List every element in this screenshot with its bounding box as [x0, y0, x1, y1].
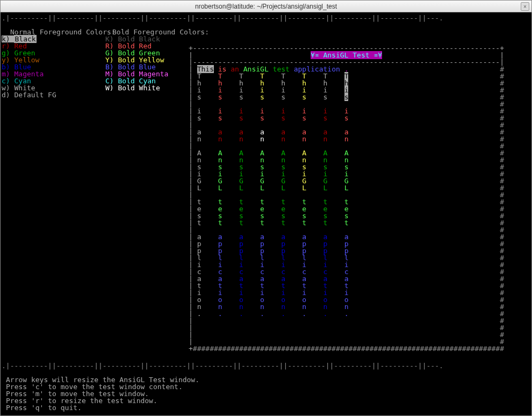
titlebar: nrobertson@latitude: ~/Projects/ansigl/a…: [1, 1, 531, 12]
normal-colors-list: k) Blackr) Redg) Greeny) Yellowb) Bluem)…: [2, 35, 56, 98]
close-icon[interactable]: ×: [521, 2, 529, 11]
color-item[interactable]: d) Default FG: [2, 91, 56, 98]
help-line: Press 'q' to quit.: [6, 404, 199, 411]
help-text: Arrow keys will resize the AnsiGL Test w…: [6, 376, 199, 411]
terminal-viewport[interactable]: .|---------||---------||---------||-----…: [1, 12, 531, 415]
terminal-window: nrobertson@latitude: ~/Projects/ansigl/a…: [0, 0, 532, 416]
ruler-top: .|---------||---------||---------||-----…: [2, 15, 530, 21]
ruler-bottom: .|---------||---------||---------||-----…: [2, 362, 530, 369]
window-title: nrobertson@latitude: ~/Projects/ansigl/a…: [195, 3, 337, 10]
color-item[interactable]: W) Bold White: [105, 84, 168, 91]
bold-colors-list: K) Bold BlackR) Bold RedG) Bold GreenY) …: [105, 35, 168, 91]
ansigl-test-panel: +---------------------------------------…: [189, 45, 504, 352]
